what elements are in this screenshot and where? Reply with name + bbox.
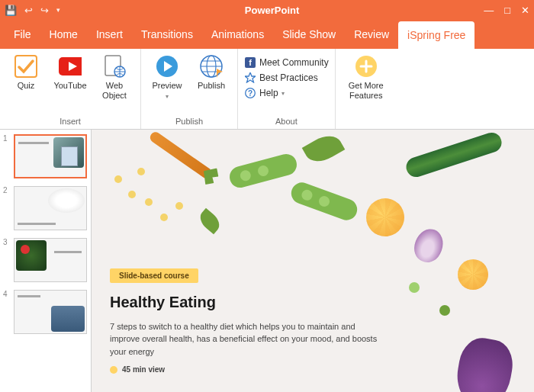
plus-icon	[355, 55, 378, 78]
thumbnail-row[interactable]: 3	[3, 238, 88, 282]
help-icon: ?	[244, 87, 256, 99]
preview-icon	[156, 55, 179, 78]
tab-file[interactable]: File	[5, 20, 40, 49]
tab-home[interactable]: Home	[40, 20, 87, 49]
thumb-number: 3	[3, 238, 11, 282]
duration-label: 45 min view	[122, 365, 165, 374]
ribbon-group-insert: Quiz YouTube Web Object Insert	[0, 49, 141, 129]
decoration-leaf	[302, 130, 346, 168]
svg-text:?: ?	[248, 89, 253, 98]
thumb-number: 2	[3, 186, 11, 230]
thumb-number: 4	[3, 290, 11, 334]
save-icon[interactable]: 💾	[5, 5, 17, 16]
more-label: Get More Features	[342, 81, 391, 101]
preview-button[interactable]: Preview▾	[147, 52, 187, 101]
svg-text:f: f	[249, 58, 252, 67]
qat-customize-icon[interactable]: ▾	[56, 6, 60, 14]
close-button[interactable]: ✕	[521, 5, 529, 16]
ribbon-group-about: f Meet Community Best Practices ? Help ▾…	[238, 49, 336, 129]
help-link[interactable]: ? Help ▾	[244, 87, 329, 99]
undo-icon[interactable]: ↩	[24, 5, 33, 16]
thumbnail-row[interactable]: 2	[3, 186, 88, 230]
help-label: Help	[259, 88, 278, 98]
decoration-pea	[288, 179, 360, 223]
thumbnail-row[interactable]: 1	[3, 134, 88, 178]
best-practices-link[interactable]: Best Practices	[244, 72, 329, 84]
decoration-corn	[114, 175, 122, 183]
chevron-down-icon: ▾	[166, 93, 169, 100]
decoration-onion	[410, 225, 448, 266]
thumb-number: 1	[3, 134, 11, 178]
decoration-cucumber	[404, 130, 504, 180]
slide-thumbnail-panel[interactable]: 1 2 3 4	[0, 130, 92, 392]
course-badge: Slide-based course	[110, 268, 198, 283]
decoration-tomato	[366, 198, 404, 236]
current-slide: Slide-based course Healthy Eating 7 step…	[92, 130, 534, 392]
tab-insert[interactable]: Insert	[87, 20, 132, 49]
decoration-pea-loose	[439, 305, 450, 316]
slide-editor[interactable]: Slide-based course Healthy Eating 7 step…	[92, 130, 534, 392]
decoration-corn	[137, 168, 145, 175]
ribbon: Quiz YouTube Web Object Insert	[0, 49, 534, 130]
web-object-icon	[103, 55, 126, 78]
tab-ispring[interactable]: iSpring Free	[398, 21, 474, 49]
web-object-button[interactable]: Web Object	[95, 52, 134, 101]
quiz-label: Quiz	[18, 81, 35, 91]
group-label-about: About	[244, 115, 329, 127]
chevron-down-icon: ▾	[281, 90, 285, 97]
slide-description: 7 steps to switch to a healthy diet whic…	[110, 320, 381, 358]
slide-title: Healthy Eating	[110, 294, 381, 311]
redo-icon[interactable]: ↪	[40, 5, 49, 16]
group-label-insert: Insert	[6, 115, 134, 127]
decoration-corn	[128, 191, 136, 198]
youtube-label: YouTube	[53, 81, 86, 91]
get-more-features-button[interactable]: Get More Features	[342, 52, 391, 101]
decoration-corn	[160, 214, 168, 221]
decoration-pea-loose	[409, 282, 420, 293]
ribbon-group-publish: Preview▾ Publish Publish	[141, 49, 238, 129]
workspace: 1 2 3 4	[0, 130, 534, 392]
web-object-label: Web Object	[95, 81, 134, 101]
title-bar: 💾 ↩ ↪ ▾ PowerPoint — □ ✕	[0, 0, 534, 20]
decoration-pea	[227, 152, 299, 190]
ribbon-group-more: Get More Features	[336, 49, 397, 129]
decoration-corn	[145, 198, 153, 206]
star-icon	[244, 72, 256, 84]
publish-button[interactable]: Publish	[191, 52, 231, 91]
community-label: Meet Community	[259, 57, 329, 68]
slide-content: Slide-based course Healthy Eating 7 step…	[110, 268, 381, 374]
tab-slideshow[interactable]: Slide Show	[273, 20, 345, 49]
decoration-tomato	[458, 259, 488, 290]
decoration-leaf	[196, 208, 224, 235]
meet-community-link[interactable]: f Meet Community	[244, 56, 329, 69]
maximize-button[interactable]: □	[504, 5, 510, 16]
slide-thumbnail-1[interactable]	[14, 134, 87, 178]
slide-thumbnail-3[interactable]	[14, 238, 87, 282]
facebook-icon: f	[244, 56, 256, 69]
tab-review[interactable]: Review	[345, 20, 398, 49]
decoration-carrot	[148, 130, 211, 178]
group-label-publish: Publish	[147, 115, 231, 127]
quiz-button[interactable]: Quiz	[6, 52, 46, 91]
thumbnail-row[interactable]: 4	[3, 290, 88, 334]
youtube-icon	[59, 55, 82, 78]
clock-icon	[110, 366, 117, 374]
app-title: PowerPoint	[60, 5, 484, 16]
quiz-icon	[14, 55, 37, 78]
best-label: Best Practices	[259, 72, 318, 83]
slide-thumbnail-4[interactable]	[14, 290, 87, 334]
slide-thumbnail-2[interactable]	[14, 186, 87, 230]
youtube-button[interactable]: YouTube	[50, 52, 90, 91]
tab-animations[interactable]: Animations	[202, 20, 273, 49]
publish-icon	[200, 55, 223, 78]
minimize-button[interactable]: —	[484, 5, 494, 16]
tab-transitions[interactable]: Transitions	[132, 20, 202, 49]
publish-label: Publish	[198, 81, 225, 91]
slide-meta: 45 min view	[110, 365, 381, 374]
menu-bar: File Home Insert Transitions Animations …	[0, 20, 534, 49]
decoration-cabbage	[452, 335, 517, 392]
decoration-corn	[175, 202, 183, 210]
preview-label: Preview▾	[152, 81, 182, 101]
